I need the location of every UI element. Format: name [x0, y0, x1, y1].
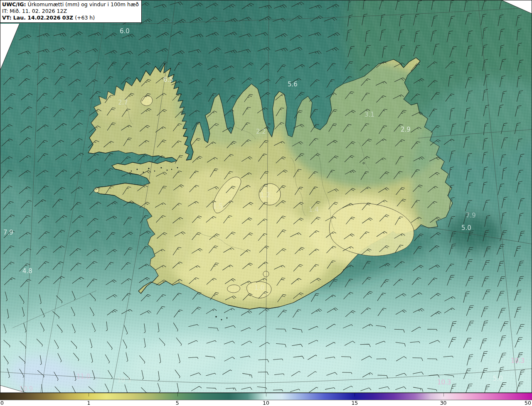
init-time: IT: Mið. 11. 02. 2026 12Z — [2, 8, 139, 15]
weather-map — [0, 0, 532, 406]
init-text: Mið. 11. 02. 2026 12Z — [10, 8, 67, 14]
valid-time: VT: Lau. 14.02.2026 03Z (+63 h) — [2, 15, 139, 21]
valid-text: VT: Lau. 14.02.2026 03Z — [2, 15, 73, 21]
product-text: Úrkomumætti (mm) og vindur i 100m hæð — [28, 1, 139, 7]
colorbar-tick-label: 15 — [351, 400, 358, 406]
init-label: IT: — [2, 8, 8, 14]
title-box: UWC/IG: Úrkomumætti (mm) og vindur i 100… — [0, 0, 142, 23]
valid-suffix: (+63 h) — [75, 15, 95, 21]
product-label: UWC/IG: — [2, 1, 26, 7]
colorbar-tick-label: 30 — [440, 400, 447, 406]
colorbar-tick-label: 5 — [176, 400, 179, 406]
colorbar-tick-label: 50 — [525, 400, 531, 406]
product-title: UWC/IG: Úrkomumætti (mm) og vindur i 100… — [2, 1, 139, 8]
colorbar-tick-label: 0 — [0, 400, 4, 406]
colorbar-gradient — [0, 393, 532, 400]
sea-streak-texture — [0, 0, 532, 266]
colorbar: 01510153050 — [0, 393, 532, 406]
colorbar-tick-label: 1 — [87, 400, 90, 406]
colorbar-tick-label: 10 — [263, 400, 269, 406]
weather-map-viewport: 6.06.55.62.72.23.12.91.51.21.41.07.94.87… — [0, 0, 532, 406]
colorbar-tick-labels: 01510153050 — [0, 400, 532, 406]
